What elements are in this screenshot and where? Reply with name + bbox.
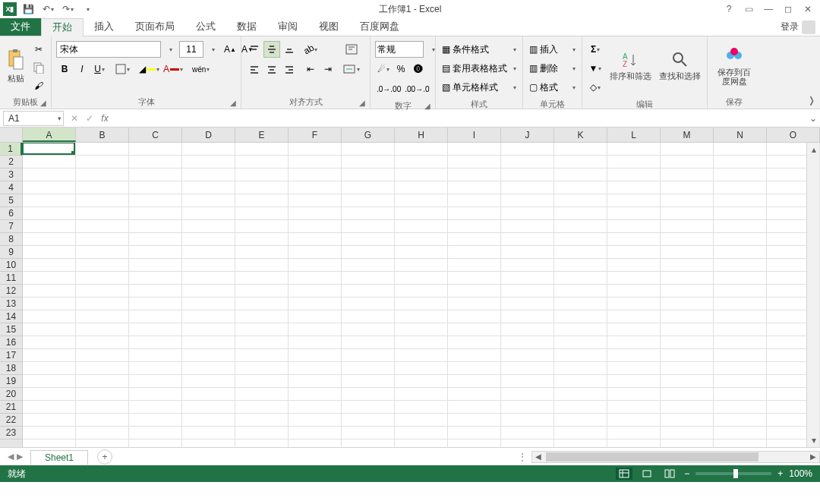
row-header[interactable]: 20 (0, 388, 22, 401)
border-button[interactable]: ▾ (114, 61, 131, 77)
accounting-format-button[interactable]: ☄▾ (375, 61, 392, 77)
paste-button[interactable]: 粘贴 (3, 38, 29, 93)
tab-页面布局[interactable]: 页面布局 (125, 18, 185, 36)
fill-button[interactable]: ▼▾ (587, 60, 604, 77)
column-header[interactable]: L (607, 128, 661, 142)
row-header[interactable]: 21 (0, 401, 22, 414)
column-header[interactable]: E (235, 128, 289, 142)
sheet-nav-prev-icon[interactable]: ◀ (8, 452, 14, 461)
row-header[interactable]: 22 (0, 414, 22, 427)
sort-filter-button[interactable]: AZ 排序和筛选 (607, 38, 654, 93)
column-header[interactable]: D (182, 128, 235, 142)
column-header[interactable]: N (714, 128, 767, 142)
italic-button[interactable]: I (74, 61, 90, 77)
save-to-baidu-button[interactable]: 保存到百度网盘 (711, 38, 758, 93)
column-header[interactable]: K (554, 128, 607, 142)
zoom-in-button[interactable]: + (777, 468, 783, 479)
row-header[interactable]: 3 (0, 169, 22, 181)
conditional-format-button[interactable]: ▦ 条件格式▾ (440, 41, 518, 58)
row-header[interactable]: 9 (0, 246, 22, 259)
row-header[interactable]: 1 (0, 143, 22, 156)
accept-formula-icon[interactable]: ✓ (82, 111, 97, 126)
number-format-select[interactable] (375, 41, 424, 58)
row-header[interactable]: 5 (0, 194, 22, 207)
signin-button[interactable]: 登录 (781, 18, 820, 36)
zoom-level[interactable]: 100% (789, 468, 812, 479)
increase-decimal-button[interactable]: .0→.00 (375, 80, 402, 97)
save-qat-button[interactable]: 💾 (20, 1, 36, 17)
select-all-corner[interactable] (0, 128, 23, 142)
font-size-dropdown[interactable]: ▾ (204, 41, 221, 58)
number-dialog-launcher[interactable]: ◢ (423, 102, 432, 111)
wrap-text-button[interactable] (341, 41, 361, 58)
horizontal-scrollbar[interactable]: ◀ ▶ (531, 451, 820, 463)
copy-button[interactable] (30, 59, 47, 76)
decrease-indent-button[interactable]: ⇤ (302, 61, 319, 77)
redo-qat-button[interactable]: ↷▾ (59, 1, 76, 17)
insert-function-icon[interactable]: fx (97, 111, 112, 126)
alignment-dialog-launcher[interactable]: ◢ (358, 99, 367, 108)
cut-button[interactable]: ✂ (30, 41, 47, 58)
format-cells-button[interactable]: ▢ 格式▾ (528, 79, 577, 96)
orientation-button[interactable]: ab▾ (302, 41, 319, 58)
collapse-ribbon-icon[interactable]: ❭ (808, 95, 815, 106)
align-top-button[interactable] (246, 41, 263, 58)
row-header[interactable]: 18 (0, 362, 22, 375)
tab-开始[interactable]: 开始 (41, 18, 84, 36)
add-sheet-button[interactable]: + (97, 449, 112, 465)
help-icon[interactable]: ? (720, 1, 738, 17)
ribbon-display-icon[interactable]: ▭ (740, 1, 758, 17)
delete-cells-button[interactable]: ▥ 删除▾ (528, 60, 577, 77)
row-header[interactable]: 7 (0, 220, 22, 233)
merge-center-button[interactable]: ▾ (341, 61, 361, 77)
comma-button[interactable]: 🄌 (410, 61, 427, 77)
format-as-table-button[interactable]: ▤ 套用表格格式▾ (440, 60, 518, 77)
font-name-input[interactable] (56, 41, 161, 58)
find-select-button[interactable]: 查找和选择 (656, 38, 704, 93)
row-header[interactable]: 2 (0, 156, 22, 169)
column-header[interactable]: A (23, 128, 76, 142)
row-header[interactable]: 8 (0, 233, 22, 246)
qat-customize-button[interactable]: ▾ (79, 1, 96, 17)
name-box[interactable]: A1▾ (3, 111, 64, 126)
cancel-formula-icon[interactable]: ✕ (67, 111, 82, 126)
column-header[interactable]: H (395, 128, 448, 142)
tab-公式[interactable]: 公式 (185, 18, 226, 36)
font-name-dropdown[interactable]: ▾ (162, 41, 178, 58)
increase-indent-button[interactable]: ⇥ (320, 61, 336, 77)
column-header[interactable]: F (289, 128, 342, 142)
bold-button[interactable]: B (56, 61, 73, 77)
column-header[interactable]: J (501, 128, 554, 142)
percent-button[interactable]: % (393, 61, 409, 77)
tab-百度网盘[interactable]: 百度网盘 (349, 18, 410, 36)
font-color-button[interactable]: A▾ (162, 61, 184, 77)
row-header[interactable]: 15 (0, 323, 22, 336)
cell-styles-button[interactable]: ▧ 单元格样式▾ (440, 79, 518, 96)
sheet-tab-sheet1[interactable]: Sheet1 (30, 450, 88, 465)
row-header[interactable]: 19 (0, 375, 22, 388)
column-header[interactable]: G (342, 128, 395, 142)
row-header[interactable]: 10 (0, 259, 22, 272)
tab-审阅[interactable]: 审阅 (267, 18, 308, 36)
font-size-input[interactable] (179, 41, 203, 58)
tab-插入[interactable]: 插入 (84, 18, 125, 36)
tab-file[interactable]: 文件 (0, 18, 41, 36)
column-header[interactable]: O (767, 128, 820, 142)
tab-视图[interactable]: 视图 (308, 18, 349, 36)
format-painter-button[interactable]: 🖌 (30, 77, 47, 94)
align-center-button[interactable] (263, 61, 280, 77)
undo-qat-button[interactable]: ↶▾ (39, 1, 56, 17)
column-header[interactable]: C (129, 128, 182, 142)
formula-input[interactable] (112, 111, 806, 126)
zoom-slider[interactable] (695, 472, 771, 475)
font-dialog-launcher[interactable]: ◢ (229, 99, 238, 108)
row-header[interactable]: 11 (0, 272, 22, 285)
clear-button[interactable]: ◇▾ (587, 79, 604, 96)
expand-formula-bar-icon[interactable]: ⌄ (806, 113, 820, 124)
align-middle-button[interactable] (263, 41, 280, 58)
row-header[interactable]: 13 (0, 298, 22, 310)
align-bottom-button[interactable] (281, 41, 298, 58)
column-header[interactable]: M (661, 128, 714, 142)
fill-color-button[interactable]: ◢▾ (137, 61, 161, 77)
increase-font-button[interactable]: A▲ (222, 41, 238, 58)
